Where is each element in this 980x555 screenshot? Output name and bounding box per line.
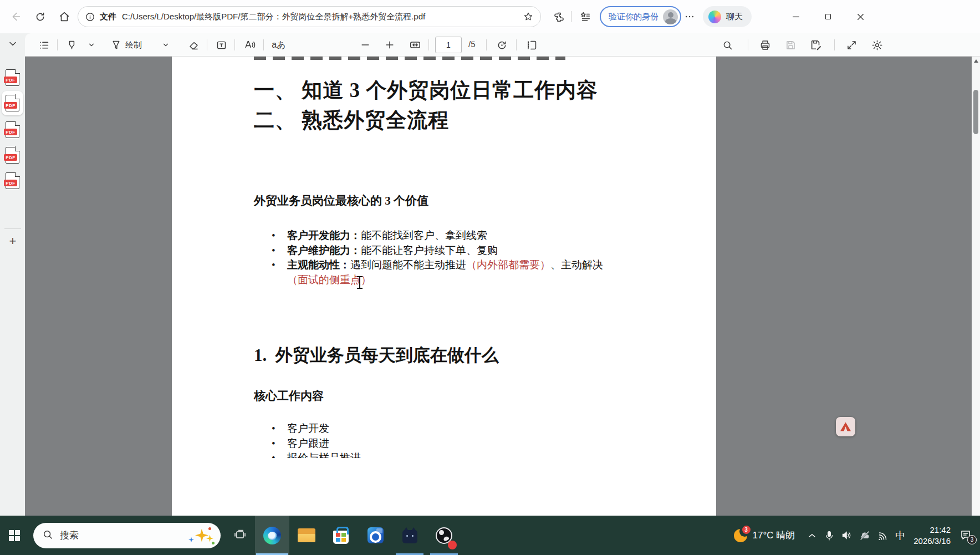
draw-button[interactable]: 绘制 <box>108 36 145 54</box>
action-center-button[interactable]: 3 <box>959 528 973 543</box>
back-button <box>7 8 24 26</box>
page-number-input[interactable]: 1 <box>435 37 462 53</box>
highlight-dropdown[interactable] <box>83 36 100 54</box>
tab-pdf-3[interactable]: PDF <box>2 118 23 142</box>
gear-icon <box>871 39 883 51</box>
home-button[interactable] <box>55 8 73 26</box>
favorites-button[interactable] <box>576 8 594 26</box>
save-as-button[interactable] <box>807 36 825 54</box>
toolbar-separator <box>748 39 748 50</box>
add-text-button[interactable] <box>212 36 230 54</box>
list-item-continuation: （面试的侧重点） <box>267 273 633 288</box>
new-tab-button[interactable]: + <box>4 233 21 250</box>
list-item: 客户跟进 <box>267 436 361 451</box>
rotate-icon <box>496 39 508 51</box>
tab-pdf-2-active[interactable]: PDF <box>2 91 23 115</box>
pdf-file-icon: PDF <box>6 95 19 111</box>
pdf-settings-button[interactable] <box>868 36 886 54</box>
tab-pdf-5[interactable]: PDF <box>2 169 23 193</box>
browser-workspace: PDF PDF PDF PDF PDF + <box>0 33 980 516</box>
pdf-badge-label: PDF <box>4 154 17 161</box>
expand-icon <box>846 39 858 51</box>
address-url[interactable]: C:/Users/L/Desktop/最终版PDF/第二部分：外贸岗位全景拆解+… <box>122 12 518 22</box>
refresh-button[interactable] <box>31 8 49 26</box>
browser-essentials-button[interactable] <box>550 8 568 26</box>
scroll-up-arrow[interactable] <box>974 59 978 63</box>
read-aloud-button[interactable] <box>241 36 259 54</box>
adobe-acrobat-button[interactable] <box>836 417 855 436</box>
tab-pdf-1[interactable]: PDF <box>2 65 23 90</box>
rotate-button[interactable] <box>493 36 511 54</box>
search-highlights-icon[interactable] <box>187 526 212 545</box>
tab-pdf-4[interactable]: PDF <box>2 143 23 167</box>
refresh-icon <box>34 11 46 23</box>
minimize-icon <box>790 11 802 22</box>
draw-pen-icon <box>110 39 122 51</box>
plus-icon <box>384 39 395 50</box>
list-item-clipped: 报价与样品推进 <box>267 451 361 458</box>
copilot-icon <box>708 11 721 23</box>
zoom-in-button[interactable] <box>381 36 399 54</box>
close-button[interactable] <box>851 8 869 26</box>
task-view-icon <box>233 528 247 543</box>
speaker-icon[interactable] <box>841 529 853 541</box>
search-placeholder: 搜索 <box>60 529 79 542</box>
pdf-viewer-background: 一、 知道 3 个外贸岗位日常工作内容 二、 熟悉外贸全流程 外贸业务员岗位最核… <box>25 57 980 516</box>
page-view-icon <box>526 39 538 51</box>
page-view-button[interactable] <box>523 36 540 54</box>
doc-heading-2: 二、 熟悉外贸全流程 <box>254 106 449 134</box>
translate-button[interactable]: aあ <box>270 36 288 54</box>
search-icon <box>42 529 53 542</box>
save-as-icon <box>810 39 822 51</box>
minus-icon <box>360 39 371 50</box>
fullscreen-button[interactable] <box>843 36 860 54</box>
read-aloud-icon <box>244 39 256 51</box>
collapse-tabs-button[interactable] <box>6 38 20 52</box>
fit-to-width-button[interactable] <box>406 36 424 54</box>
copilot-chat-label: 聊天 <box>726 12 743 22</box>
profile-avatar <box>663 9 678 24</box>
draw-dropdown[interactable] <box>157 36 175 54</box>
task-view-button[interactable] <box>225 516 255 555</box>
taskbar-obs-button[interactable] <box>427 516 461 555</box>
zoom-out-button[interactable] <box>356 36 374 54</box>
taskbar-file-explorer-button[interactable] <box>289 516 324 555</box>
windows-taskbar: 搜索 <box>0 516 980 555</box>
erase-button[interactable] <box>185 36 202 54</box>
scrollbar-thumb[interactable] <box>973 90 978 134</box>
bullet-text: 客户开发 <box>287 422 329 434</box>
taskbar-search-box[interactable]: 搜索 <box>33 523 221 548</box>
maximize-button[interactable] <box>819 8 837 26</box>
hidden-icons-button[interactable] <box>807 530 818 541</box>
save-button <box>782 36 799 54</box>
taskbar-store-button[interactable] <box>324 516 358 555</box>
taskbar-edge-button[interactable] <box>255 516 289 555</box>
clock[interactable]: 21:42 2026/3/16 <box>913 525 951 546</box>
draw-label: 绘制 <box>125 40 142 50</box>
minimize-button[interactable] <box>787 8 805 26</box>
file-explorer-icon <box>298 528 315 542</box>
network-signal-icon[interactable] <box>877 529 889 542</box>
taskbar-outlook-button[interactable] <box>358 516 392 555</box>
settings-menu-button[interactable] <box>681 8 698 26</box>
search-document-button[interactable] <box>718 36 736 54</box>
ime-indicator[interactable]: 中 <box>895 529 905 542</box>
weather-moon-icon: 3 <box>733 528 748 543</box>
address-bar[interactable]: 文件 C:/Users/L/Desktop/最终版PDF/第二部分：外贸岗位全景… <box>78 6 541 27</box>
start-button[interactable] <box>0 516 29 555</box>
vertical-scrollbar[interactable] <box>972 57 980 516</box>
doc-core-values-heading: 外贸业务员岗位最核心的 3 个价值 <box>254 193 428 208</box>
taskbar-app-button[interactable] <box>392 516 427 555</box>
copilot-chat-button[interactable]: 聊天 <box>703 6 752 27</box>
info-icon[interactable] <box>85 12 95 22</box>
onedrive-offline-icon[interactable] <box>859 529 871 542</box>
microphone-icon[interactable] <box>824 530 835 541</box>
favorite-star-icon[interactable] <box>523 11 534 22</box>
toc-button[interactable] <box>35 36 53 54</box>
verify-identity-button[interactable]: 验证你的身份 <box>600 6 681 27</box>
weather-widget[interactable]: 3 17°C 晴朗 <box>733 528 795 543</box>
toolbar-separator <box>234 39 235 50</box>
print-button[interactable] <box>756 36 774 54</box>
highlight-button[interactable] <box>63 36 80 54</box>
page-total-label: /5 <box>468 39 476 49</box>
